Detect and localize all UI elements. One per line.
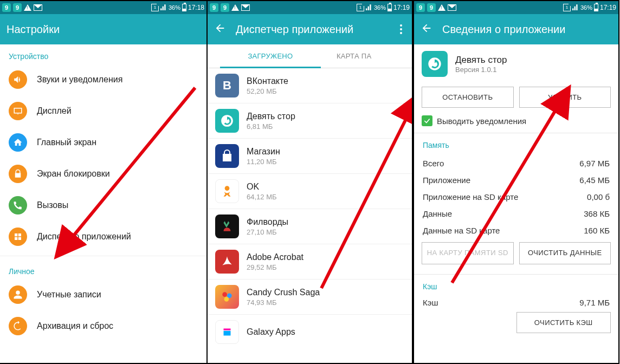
warning-icon	[438, 4, 445, 11]
label: ОЧИСТИТЬ КЭШ	[534, 318, 593, 327]
app-row-filwords[interactable]: Филворды27,10 МБ	[208, 209, 412, 244]
app-row-nine[interactable]: Девять стор6,81 МБ	[208, 103, 412, 139]
label: Архивация и сброс	[37, 321, 113, 331]
battery-icon	[594, 4, 598, 11]
checkbox-icon	[422, 115, 432, 126]
back-button[interactable]	[214, 22, 226, 37]
app-size: 29,52 МБ	[247, 263, 303, 271]
app-version: Версия 1.0.1	[455, 66, 507, 74]
lock-icon	[9, 165, 27, 183]
settings-accounts[interactable]: Учетные записи	[0, 279, 206, 310]
battery-icon	[182, 4, 186, 11]
app-name: Магазин	[247, 147, 280, 157]
svg-point-4	[224, 297, 229, 302]
backup-icon	[9, 317, 27, 335]
row-app: Приложение6,45 МБ	[414, 172, 618, 188]
app-bar: Сведения о приложении	[414, 14, 618, 44]
tab-loaded[interactable]: ЗАГРУЖЕНО	[208, 44, 333, 68]
status-bar: 9 9 1 36% 17:19	[208, 1, 412, 14]
settings-calls[interactable]: Вызовы	[0, 190, 206, 221]
value: 160 КБ	[584, 226, 610, 235]
signal-icon	[572, 4, 579, 12]
key: Приложение на SD карте	[423, 192, 518, 202]
apps-icon	[9, 227, 27, 246]
mail-icon	[448, 4, 456, 11]
settings-display[interactable]: Дисплей	[0, 95, 206, 127]
clear-cache-button[interactable]: ОЧИСТИТЬ КЭШ	[516, 312, 611, 333]
divider	[0, 256, 206, 256]
settings-home[interactable]: Главный экран	[0, 127, 206, 158]
clock: 17:19	[393, 4, 410, 11]
app-icon-nine	[215, 109, 239, 133]
app-row-vk[interactable]: B ВКонтакте52,20 МБ	[208, 68, 412, 103]
app-row-ok[interactable]: OK64,12 МБ	[208, 174, 412, 209]
tab-label: КАРТА ПА	[337, 52, 372, 60]
tab-label: ЗАГРУЖЕНО	[248, 52, 293, 60]
app-name: Galaxy Apps	[247, 327, 295, 337]
mail-icon	[34, 4, 42, 11]
app-size: 64,12 МБ	[247, 193, 277, 201]
delete-button[interactable]: УДАЛИТЬ	[519, 87, 611, 108]
stop-button[interactable]: ОСТАНОВИТЬ	[422, 87, 514, 108]
app-row-galaxy[interactable]: Galaxy Apps	[208, 315, 412, 349]
row-data: Данные368 КБ	[414, 205, 618, 222]
clock: 17:18	[188, 4, 204, 11]
value: 368 КБ	[584, 209, 610, 218]
app-row-store[interactable]: Магазин11,20 МБ	[208, 139, 412, 174]
app-icon-vk: B	[215, 74, 239, 98]
key: Данные на SD карте	[423, 226, 500, 235]
back-button[interactable]	[421, 22, 432, 37]
home-icon	[9, 133, 27, 152]
app-header: Девять стор Версия 1.0.1	[414, 44, 618, 83]
app-icon-filwords	[215, 214, 239, 238]
settings-sounds[interactable]: Звуки и уведомления	[0, 64, 206, 95]
value: 6,97 МБ	[579, 159, 610, 168]
value: 0,00 б	[587, 192, 610, 202]
status-bar: 9 9 1 36% 17:19	[414, 1, 618, 14]
label: ОЧИСТИТЬ ДАННЫЕ	[528, 249, 602, 257]
notif-nine-icon: 9	[416, 3, 425, 12]
value: 6,45 МБ	[579, 176, 610, 185]
display-icon	[9, 102, 27, 120]
battery-icon	[388, 4, 392, 11]
label: Экран блокировки	[37, 169, 110, 179]
svg-point-2	[222, 292, 227, 297]
notif-nine-icon: 9	[210, 3, 218, 12]
section-personal: Личное	[0, 259, 206, 279]
sim-icon: 1	[357, 4, 364, 11]
app-row-acrobat[interactable]: Adobe Acrobat29,52 МБ	[208, 244, 412, 280]
screen-settings: 9 9 1 36% 17:18 Настройки Устройство Зву…	[0, 0, 206, 364]
tabs: ЗАГРУЖЕНО КАРТА ПА	[208, 44, 412, 68]
label: Звуки и уведомления	[37, 75, 122, 84]
notifications-checkbox-row[interactable]: Выводить уведомления	[414, 113, 618, 133]
key: Данные	[423, 209, 452, 218]
clear-data-button[interactable]: ОЧИСТИТЬ ДАННЫЕ	[519, 242, 611, 264]
sim-icon: 1	[151, 4, 159, 11]
signal-icon	[366, 4, 372, 12]
notif-nine-icon: 9	[2, 3, 11, 12]
row-data-sd: Данные на SD карте160 КБ	[414, 222, 618, 239]
signal-icon	[160, 4, 167, 12]
svg-point-1	[225, 186, 230, 191]
app-size: 74,93 МБ	[247, 298, 320, 307]
app-bar: Диспетчер приложений	[208, 14, 412, 44]
label: НА КАРТУ ПАМЯТИ SD	[427, 249, 508, 257]
tab-sdcard[interactable]: КАРТА ПА	[333, 44, 412, 68]
warning-icon	[231, 4, 239, 11]
label: Выводить уведомления	[437, 116, 526, 126]
label: Учетные записи	[37, 290, 101, 300]
settings-app-manager[interactable]: Диспетчер приложений	[0, 221, 206, 252]
warning-icon	[24, 4, 31, 11]
settings-lockscreen[interactable]: Экран блокировки	[0, 158, 206, 190]
app-icon-nine	[422, 51, 448, 77]
app-icon-galaxy	[215, 320, 239, 344]
section-cache: Кэш	[414, 275, 618, 294]
app-name: Candy Crush Saga	[247, 288, 320, 297]
app-row-candy[interactable]: Candy Crush Saga74,93 МБ	[208, 280, 412, 315]
sound-icon	[9, 70, 27, 89]
app-icon-store	[215, 144, 239, 168]
settings-backup[interactable]: Архивация и сброс	[0, 310, 206, 342]
move-sd-button: НА КАРТУ ПАМЯТИ SD	[422, 242, 514, 264]
label: ОСТАНОВИТЬ	[442, 93, 493, 101]
more-button[interactable]	[397, 21, 405, 37]
